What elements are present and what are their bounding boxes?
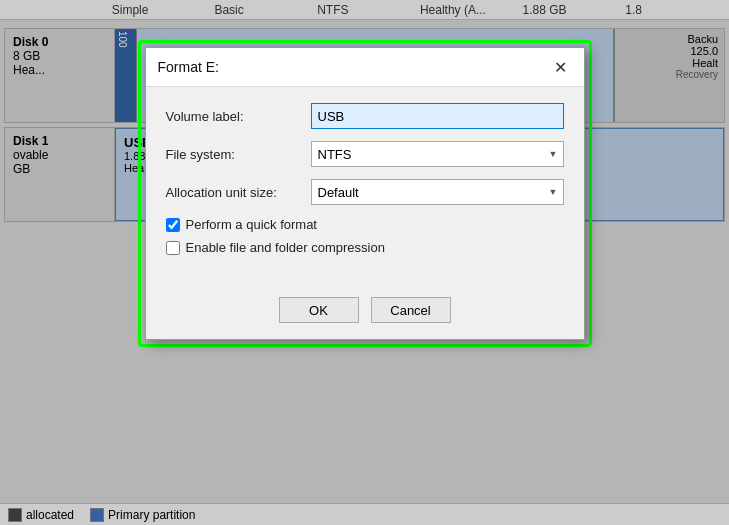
quick-format-row: Perform a quick format	[166, 217, 564, 232]
file-system-select-wrapper: NTFS FAT32 exFAT	[311, 141, 564, 167]
close-button[interactable]: ✕	[550, 56, 572, 78]
modal-highlight: Format E: ✕ Volume label: File system: N…	[138, 40, 592, 347]
dialog-titlebar: Format E: ✕	[146, 48, 584, 87]
compression-row: Enable file and folder compression	[166, 240, 564, 255]
volume-label-input[interactable]	[311, 103, 564, 129]
allocation-unit-select-wrapper: Default 512 1024 2048 4096	[311, 179, 564, 205]
format-dialog: Format E: ✕ Volume label: File system: N…	[145, 47, 585, 340]
cancel-button[interactable]: Cancel	[371, 297, 451, 323]
dialog-footer: OK Cancel	[146, 287, 584, 339]
dialog-body: Volume label: File system: NTFS FAT32 ex…	[146, 87, 584, 287]
compression-checkbox[interactable]	[166, 241, 180, 255]
file-system-row: File system: NTFS FAT32 exFAT	[166, 141, 564, 167]
quick-format-checkbox[interactable]	[166, 218, 180, 232]
allocation-unit-select[interactable]: Default 512 1024 2048 4096	[311, 179, 564, 205]
quick-format-label: Perform a quick format	[186, 217, 318, 232]
volume-label-row: Volume label:	[166, 103, 564, 129]
checkbox-section: Perform a quick format Enable file and f…	[166, 217, 564, 255]
file-system-label: File system:	[166, 147, 311, 162]
file-system-select[interactable]: NTFS FAT32 exFAT	[311, 141, 564, 167]
allocation-unit-label: Allocation unit size:	[166, 185, 311, 200]
compression-label: Enable file and folder compression	[186, 240, 385, 255]
allocation-unit-row: Allocation unit size: Default 512 1024 2…	[166, 179, 564, 205]
modal-overlay: Format E: ✕ Volume label: File system: N…	[0, 0, 729, 525]
dialog-title: Format E:	[158, 59, 219, 75]
volume-label-label: Volume label:	[166, 109, 311, 124]
ok-button[interactable]: OK	[279, 297, 359, 323]
